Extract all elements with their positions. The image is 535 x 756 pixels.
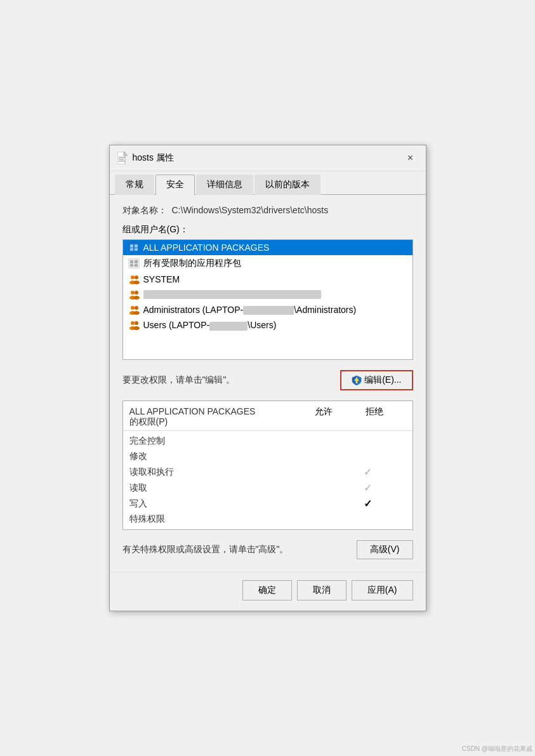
svg-rect-13 [130, 260, 133, 263]
user-icon [128, 305, 140, 315]
close-button[interactable]: × [403, 150, 418, 166]
perm-name: 读取和执行 [129, 467, 355, 478]
perms-rows: 完全控制 修改 读取和执行 ✓ 读取 [123, 430, 413, 529]
list-item[interactable]: ALL APPLICATION PACKAGES [123, 240, 413, 255]
svg-rect-8 [135, 244, 138, 248]
list-item[interactable]: Users (LAPTOP- \Users) [123, 317, 413, 333]
svg-marker-1 [124, 152, 128, 156]
perm-row: 写入 ✓ [123, 496, 413, 512]
perm-allow: ✓ [355, 466, 381, 478]
tab-details[interactable]: 详细信息 [196, 175, 253, 195]
col-allow: 允许 [311, 406, 336, 418]
perm-name: 特殊权限 [129, 514, 355, 525]
svg-rect-16 [135, 264, 138, 267]
svg-rect-6 [129, 243, 139, 252]
perm-row: 特殊权限 [123, 512, 413, 527]
edit-section: 要更改权限，请单击"编辑"。 编辑(E)... [122, 370, 413, 390]
perm-row: 读取和执行 ✓ [123, 464, 413, 480]
svg-rect-12 [129, 259, 139, 268]
list-item[interactable] [123, 287, 413, 302]
watermark: CSDN @嗡嗡星的花果戚 [462, 745, 532, 753]
user-icon [128, 320, 140, 330]
svg-rect-4 [119, 161, 124, 162]
perms-title-line1: ALL APPLICATION PACKAGES [129, 406, 306, 416]
tab-general[interactable]: 常规 [115, 175, 154, 195]
file-icon [117, 152, 128, 164]
col-deny: 拒绝 [362, 406, 387, 418]
title-bar: hosts 属性 × [110, 145, 426, 171]
groups-section: 组或用户名(G)： ALL APPLICATION PACKAGES [122, 224, 413, 360]
svg-point-28 [133, 311, 140, 315]
user-icon [128, 289, 140, 300]
group-name: ALL APPLICATION PACKAGES [143, 242, 270, 253]
dialog-title: hosts 属性 [133, 152, 174, 164]
perms-title: ALL APPLICATION PACKAGES 的权限(P) [129, 406, 306, 428]
tab-content: 对象名称： C:\Windows\System32\drivers\etc\ho… [110, 195, 426, 572]
svg-point-19 [135, 275, 138, 279]
object-name-value: C:\Windows\System32\drivers\etc\hosts [172, 205, 329, 215]
groups-label: 组或用户名(G)： [122, 224, 413, 235]
svg-point-17 [131, 275, 135, 279]
svg-point-20 [133, 281, 140, 284]
perm-name: 写入 [129, 498, 355, 510]
cancel-button[interactable]: 取消 [297, 580, 347, 600]
apply-button[interactable]: 应用(A) [352, 580, 413, 600]
group-icon [128, 242, 140, 253]
group-name: 所有受限制的应用程序包 [143, 258, 241, 269]
tab-previous-versions[interactable]: 以前的版本 [254, 175, 320, 195]
edit-button-label: 编辑(E)... [364, 375, 401, 386]
group-icon [128, 258, 140, 269]
permissions-section: ALL APPLICATION PACKAGES 的权限(P) 允许 拒绝 完全… [122, 401, 413, 530]
object-name-label: 对象名称： [122, 205, 167, 216]
ok-button[interactable]: 确定 [242, 580, 292, 600]
advanced-section: 有关特殊权限或高级设置，请单击"高级"。 高级(V) [122, 540, 413, 559]
perm-name: 完全控制 [129, 435, 355, 447]
perm-allow: ✓ [355, 482, 381, 494]
svg-rect-15 [130, 264, 133, 267]
svg-point-25 [131, 306, 135, 310]
perm-allow: ✓ [355, 498, 381, 510]
svg-rect-10 [135, 248, 138, 251]
perm-name: 修改 [129, 451, 355, 462]
advanced-description: 有关特殊权限或高级设置，请单击"高级"。 [122, 544, 289, 555]
svg-rect-3 [119, 159, 124, 160]
svg-point-27 [135, 306, 138, 310]
svg-rect-7 [130, 244, 133, 248]
perm-row: 修改 [123, 449, 413, 464]
list-item[interactable]: SYSTEM [123, 272, 413, 287]
group-name: Administrators (LAPTOP- \Administrators) [143, 305, 357, 315]
svg-rect-9 [130, 248, 133, 251]
title-bar-left: hosts 属性 [117, 152, 174, 164]
group-name-blurred [143, 290, 321, 299]
perm-row: 完全控制 [123, 434, 413, 449]
svg-point-29 [131, 321, 135, 325]
svg-rect-2 [119, 157, 125, 158]
svg-rect-33 [356, 381, 358, 383]
advanced-button[interactable]: 高级(V) [357, 540, 413, 559]
svg-point-32 [133, 326, 140, 330]
list-item[interactable]: Administrators (LAPTOP- \Administrators) [123, 302, 413, 317]
perms-columns: 允许 拒绝 [311, 406, 406, 418]
perm-row: 读取 ✓ [123, 480, 413, 496]
tabs-bar: 常规 安全 详细信息 以前的版本 [110, 171, 426, 195]
group-name: Users (LAPTOP- \Users) [143, 320, 277, 330]
edit-description: 要更改权限，请单击"编辑"。 [122, 375, 235, 386]
perms-title-line2: 的权限(P) [129, 416, 306, 428]
perm-name: 读取 [129, 482, 355, 494]
bottom-buttons: 确定 取消 应用(A) [110, 572, 426, 611]
list-item[interactable]: 所有受限制的应用程序包 [123, 255, 413, 272]
svg-point-24 [133, 296, 140, 300]
tab-security[interactable]: 安全 [155, 175, 195, 195]
edit-button[interactable]: 编辑(E)... [340, 370, 413, 390]
perms-header: ALL APPLICATION PACKAGES 的权限(P) 允许 拒绝 [123, 401, 413, 430]
svg-rect-14 [135, 260, 138, 263]
user-icon [128, 274, 140, 284]
object-name-row: 对象名称： C:\Windows\System32\drivers\etc\ho… [122, 205, 413, 216]
groups-list[interactable]: ALL APPLICATION PACKAGES 所有受限制的应用程序包 [122, 239, 413, 360]
svg-point-21 [131, 291, 135, 295]
svg-point-31 [135, 321, 138, 325]
group-name: SYSTEM [143, 274, 180, 284]
svg-point-23 [135, 291, 138, 295]
properties-dialog: hosts 属性 × 常规 安全 详细信息 以前的版本 对象名称： C:\Win… [109, 145, 426, 611]
shield-icon [352, 375, 362, 385]
